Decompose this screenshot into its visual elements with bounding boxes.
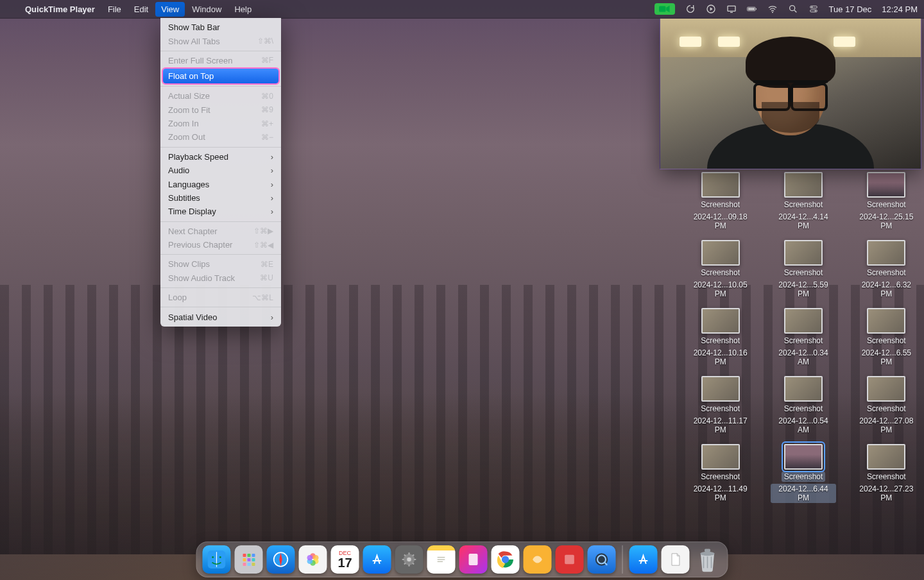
menu-edit[interactable]: Edit xyxy=(128,2,154,17)
file-name-line: Screenshot xyxy=(864,200,909,210)
menu-item-label: Spatial Video xyxy=(168,312,217,322)
file-name-line: 2024-12...6.44 PM xyxy=(771,484,835,503)
desktop-file[interactable]: Screenshot2024-12...11.49 PM xyxy=(688,444,753,503)
menubar-time[interactable]: 12:24 PM xyxy=(882,4,918,14)
sync-status-icon[interactable] xyxy=(685,4,696,14)
file-name-line: 2024-12...4.14 PM xyxy=(771,212,835,231)
file-thumbnail xyxy=(867,376,905,402)
desktop-file[interactable]: Screenshot2024-12...11.17 PM xyxy=(688,376,753,435)
menu-item-label: Previous Chapter xyxy=(168,240,232,250)
menu-item-label: Show Audio Track xyxy=(168,273,235,283)
desktop-file[interactable]: Screenshot2024-12...0.54 AM xyxy=(771,376,835,435)
desktop-file[interactable]: Screenshot2024-12...10.16 PM xyxy=(688,308,753,367)
file-name-line: 2024-12...10.05 PM xyxy=(688,280,753,299)
menu-item-shortcut: ⌘− xyxy=(261,133,273,142)
dock-calendar[interactable]: DEC17 xyxy=(331,545,359,574)
menu-item-zoom-to-fit: Zoom to Fit⌘9 xyxy=(160,103,281,117)
menu-item-subtitles[interactable]: Subtitles› xyxy=(160,191,281,205)
menu-item-playback-speed[interactable]: Playback Speed› xyxy=(160,150,281,164)
svg-point-13 xyxy=(212,556,214,558)
menubar-date[interactable]: Tue 17 Dec xyxy=(829,4,872,14)
menu-app-name[interactable]: QuickTime Player xyxy=(19,2,101,17)
dock-launchpad[interactable] xyxy=(235,545,263,574)
dock-recent-appstore[interactable] xyxy=(629,545,658,574)
desktop-file[interactable]: Screenshot2024-12...0.34 AM xyxy=(771,308,835,367)
dock-system-settings[interactable] xyxy=(395,545,424,574)
desktop-file[interactable]: Screenshot2024-12...6.32 PM xyxy=(854,240,919,299)
view-menu-dropdown: Show Tab BarShow All Tabs⇧⌘\Enter Full S… xyxy=(160,18,281,327)
submenu-arrow-icon: › xyxy=(271,180,273,189)
svg-rect-18 xyxy=(243,558,246,561)
svg-rect-22 xyxy=(248,563,251,566)
file-name-line: Screenshot xyxy=(782,404,826,414)
wifi-status-icon[interactable] xyxy=(767,4,778,14)
dock-notes[interactable] xyxy=(427,545,456,574)
desktop-file[interactable]: Screenshot2024-12...5.59 PM xyxy=(771,240,835,299)
file-thumbnail xyxy=(701,240,740,266)
battery-status-icon[interactable] xyxy=(747,4,757,14)
file-name-line: Screenshot xyxy=(864,472,909,482)
file-thumbnail xyxy=(784,172,823,198)
control-center-icon[interactable] xyxy=(809,4,819,14)
menu-item-label: Actual Size xyxy=(168,91,210,101)
svg-point-6 xyxy=(772,12,773,13)
menu-item-label: Enter Full Screen xyxy=(168,56,232,65)
menu-item-shortcut: ⌥⌘L xyxy=(252,293,273,302)
dock-trash[interactable] xyxy=(694,545,722,574)
desktop-file[interactable]: Screenshot2024-12...09.18 PM xyxy=(688,172,753,231)
menu-item-show-audio-track: Show Audio Track⌘U xyxy=(160,271,281,285)
menu-item-shortcut: ⌘U xyxy=(260,273,273,282)
menu-item-show-tab-bar[interactable]: Show Tab Bar xyxy=(160,21,281,34)
dock-appstore[interactable] xyxy=(363,545,391,574)
desktop-file[interactable]: Screenshot2024-12...4.14 PM xyxy=(771,172,835,231)
menu-item-loop: Loop⌥⌘L xyxy=(160,291,281,304)
file-name-line: Screenshot xyxy=(782,200,826,210)
dock-photos[interactable] xyxy=(299,545,327,574)
menu-item-float-on-top[interactable]: Float on Top xyxy=(163,69,278,83)
dock-safari[interactable] xyxy=(267,545,295,574)
svg-rect-2 xyxy=(728,6,735,11)
desktop-file[interactable]: Screenshot2024-12...10.05 PM xyxy=(688,240,753,299)
menu-separator xyxy=(160,287,281,288)
file-thumbnail xyxy=(701,308,740,334)
desktop-file[interactable]: Screenshot2024-12...27.08 PM xyxy=(854,376,919,435)
movie-recording-window[interactable] xyxy=(660,18,921,169)
file-name-line: Screenshot xyxy=(864,268,909,278)
menu-item-shortcut: ⌘+ xyxy=(261,119,273,128)
dock-app-yellow[interactable] xyxy=(524,545,552,574)
dock-document[interactable] xyxy=(662,545,690,574)
menu-separator xyxy=(160,86,281,87)
desktop-file[interactable]: Screenshot2024-12...25.15 PM xyxy=(854,172,919,231)
facetime-status-icon[interactable] xyxy=(654,3,675,15)
calendar-day: 17 xyxy=(338,556,352,569)
svg-point-33 xyxy=(407,558,411,562)
desktop-file[interactable]: Screenshot2024-12...6.44 PM xyxy=(771,444,835,503)
svg-rect-8 xyxy=(810,6,817,8)
menu-item-label: Show All Tabs xyxy=(168,37,220,46)
dock-chrome[interactable] xyxy=(492,545,520,574)
play-status-icon[interactable] xyxy=(706,4,716,14)
menu-view[interactable]: View xyxy=(155,2,185,17)
file-name-line: Screenshot xyxy=(782,472,826,482)
dock-quicktime[interactable] xyxy=(588,545,616,574)
file-thumbnail xyxy=(784,376,823,402)
file-thumbnail xyxy=(867,444,905,470)
menu-window[interactable]: Window xyxy=(186,2,227,17)
spotlight-search-icon[interactable] xyxy=(788,4,798,14)
file-name-line: Screenshot xyxy=(698,472,742,482)
dock-journal[interactable] xyxy=(459,545,488,574)
desktop-file[interactable]: Screenshot2024-12...27.23 PM xyxy=(854,444,919,503)
menu-file[interactable]: File xyxy=(102,2,127,17)
dock-finder[interactable] xyxy=(203,545,231,574)
dock-app-red[interactable] xyxy=(556,545,584,574)
desktop-file[interactable]: Screenshot2024-12...6.55 PM xyxy=(854,308,919,367)
menu-separator xyxy=(160,307,281,307)
menu-item-audio[interactable]: Audio› xyxy=(160,164,281,177)
menu-help[interactable]: Help xyxy=(228,2,257,17)
video-preview xyxy=(717,40,864,169)
menu-item-spatial-video[interactable]: Spatial Video› xyxy=(160,310,281,323)
menu-item-languages[interactable]: Languages› xyxy=(160,177,281,191)
display-status-icon[interactable] xyxy=(726,4,737,14)
menu-item-time-display[interactable]: Time Display› xyxy=(160,205,281,218)
menu-item-label: Float on Top xyxy=(168,71,214,81)
